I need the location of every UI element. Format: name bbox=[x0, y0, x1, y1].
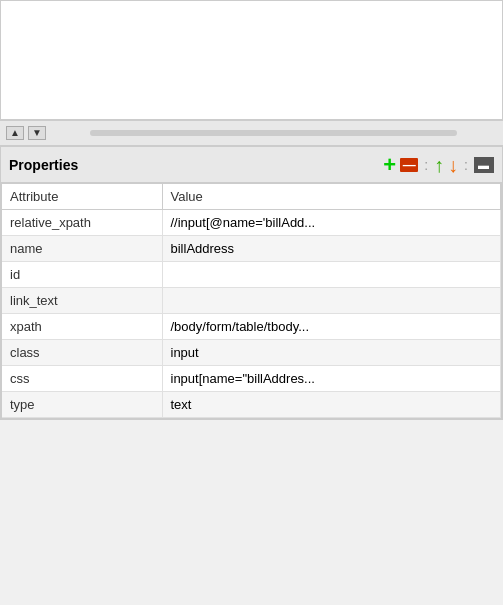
attribute-cell: link_text bbox=[2, 288, 162, 314]
table-row[interactable]: xpath/body/form/table/tbody... bbox=[2, 314, 501, 340]
attribute-cell: id bbox=[2, 262, 162, 288]
table-row[interactable]: cssinput[name="billAddres... bbox=[2, 366, 501, 392]
attribute-cell: css bbox=[2, 366, 162, 392]
table-row[interactable]: typetext bbox=[2, 392, 501, 418]
table-header-row: Attribute Value bbox=[2, 184, 501, 210]
top-preview-area bbox=[0, 0, 503, 120]
properties-table: Attribute Value relative_xpath//input[@n… bbox=[2, 184, 501, 418]
table-row[interactable]: id bbox=[2, 262, 501, 288]
value-cell: //input[@name='billAdd... bbox=[162, 210, 501, 236]
value-cell: text bbox=[162, 392, 501, 418]
table-row[interactable]: relative_xpath//input[@name='billAdd... bbox=[2, 210, 501, 236]
value-cell: input[name="billAddres... bbox=[162, 366, 501, 392]
attribute-cell: type bbox=[2, 392, 162, 418]
add-button[interactable]: + bbox=[383, 154, 396, 176]
properties-header: Properties + — : ↑ ↓ : ▬ bbox=[1, 147, 502, 183]
nav-arrow-up[interactable]: ▲ bbox=[6, 126, 24, 140]
nav-bar: ▲ ▼ bbox=[0, 120, 503, 146]
separator-2: : bbox=[464, 157, 468, 173]
col-value-header: Value bbox=[162, 184, 501, 210]
value-cell bbox=[162, 262, 501, 288]
nav-handle bbox=[90, 130, 457, 136]
attribute-cell: relative_xpath bbox=[2, 210, 162, 236]
properties-table-container: Attribute Value relative_xpath//input[@n… bbox=[1, 183, 502, 419]
menu-button[interactable]: ▬ bbox=[474, 157, 494, 173]
value-cell bbox=[162, 288, 501, 314]
move-down-button[interactable]: ↓ bbox=[448, 155, 458, 175]
toolbar-buttons: + — : ↑ ↓ : ▬ bbox=[383, 154, 494, 176]
attribute-cell: xpath bbox=[2, 314, 162, 340]
remove-button[interactable]: — bbox=[400, 158, 418, 172]
value-cell: /body/form/table/tbody... bbox=[162, 314, 501, 340]
properties-panel: Properties + — : ↑ ↓ : ▬ Attribute Value… bbox=[0, 146, 503, 420]
table-row[interactable]: link_text bbox=[2, 288, 501, 314]
table-row[interactable]: classinput bbox=[2, 340, 501, 366]
move-up-button[interactable]: ↑ bbox=[434, 155, 444, 175]
nav-arrow-down[interactable]: ▼ bbox=[28, 126, 46, 140]
separator-1: : bbox=[424, 157, 428, 173]
attribute-cell: name bbox=[2, 236, 162, 262]
value-cell: input bbox=[162, 340, 501, 366]
col-attribute-header: Attribute bbox=[2, 184, 162, 210]
attribute-cell: class bbox=[2, 340, 162, 366]
table-row[interactable]: namebillAddress bbox=[2, 236, 501, 262]
value-cell: billAddress bbox=[162, 236, 501, 262]
properties-title: Properties bbox=[9, 157, 383, 173]
